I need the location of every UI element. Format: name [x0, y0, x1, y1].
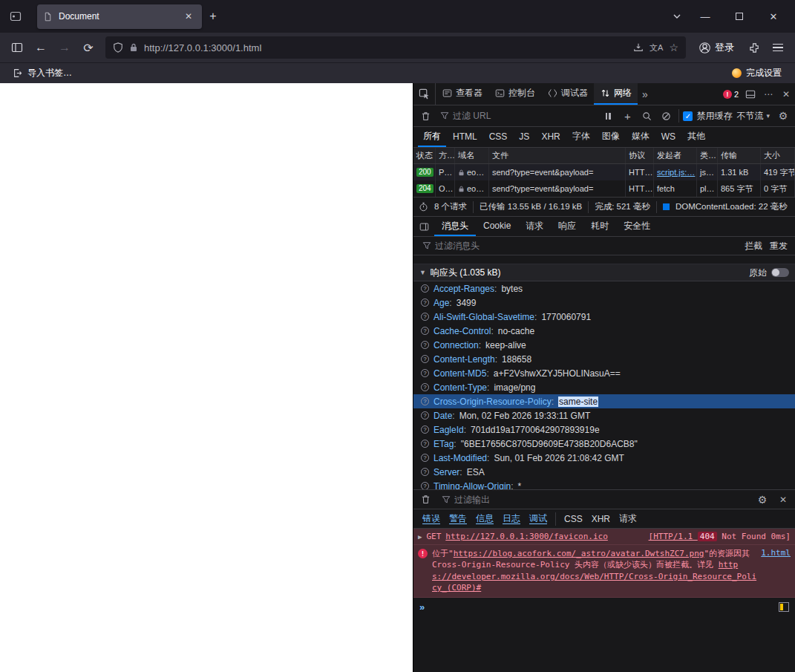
header-row[interactable]: ?Last-ModifiedSun, 01 Feb 2026 21:08:42 …	[413, 451, 795, 465]
pause-traffic-icon[interactable]	[599, 107, 617, 125]
request-row[interactable]: 204 O… eo… send?type=event&payload= HTT……	[413, 180, 795, 197]
tab-response[interactable]: 响应	[551, 217, 583, 236]
header-name[interactable]: EagleId	[434, 425, 466, 435]
expand-triangle-icon[interactable]: ▶	[418, 533, 422, 541]
performance-stopwatch-icon[interactable]	[418, 198, 428, 216]
help-icon[interactable]: ?	[421, 313, 429, 321]
header-value-selected[interactable]: same-site	[558, 397, 598, 407]
header-name[interactable]: Content-Type	[434, 382, 489, 393]
console-close-icon[interactable]: ✕	[774, 491, 792, 509]
console-filter-requests[interactable]: 请求	[616, 511, 640, 526]
headers-filter-input[interactable]	[435, 241, 736, 251]
tab-cookies[interactable]: Cookie	[476, 217, 518, 236]
help-icon[interactable]: ?	[421, 299, 429, 307]
col-size[interactable]: 大小	[761, 148, 795, 163]
help-icon[interactable]: ?	[421, 440, 429, 448]
message-source-link[interactable]: 1.html	[761, 548, 791, 558]
tab-security[interactable]: 安全性	[616, 217, 658, 236]
header-row[interactable]: ?Connectionkeep-alive	[413, 338, 795, 352]
help-icon[interactable]: ?	[421, 468, 429, 476]
tab-request[interactable]: 请求	[518, 217, 551, 236]
header-name[interactable]: Content-Length	[434, 354, 497, 365]
header-name[interactable]: Timing-Allow-Origin	[434, 481, 514, 490]
col-file[interactable]: 文件	[489, 148, 626, 163]
console-filter-input[interactable]	[454, 495, 746, 505]
col-type[interactable]: 类…	[697, 148, 718, 163]
filter-fonts[interactable]: 字体	[567, 127, 595, 147]
col-transferred[interactable]: 传输	[718, 148, 761, 163]
raw-toggle-switch[interactable]	[771, 268, 789, 277]
site-security-icon[interactable]	[129, 43, 138, 52]
disable-cache-checkbox[interactable]: ✓	[683, 111, 693, 121]
clear-requests-icon[interactable]	[416, 107, 434, 125]
bookmark-star-icon[interactable]: ☆	[669, 42, 678, 53]
help-icon[interactable]: ?	[421, 383, 429, 391]
header-row[interactable]: ?Content-Length188658	[413, 352, 795, 366]
col-domain[interactable]: 域名	[455, 148, 489, 163]
header-name[interactable]: Server	[434, 467, 462, 477]
col-initiator[interactable]: 发起者	[654, 148, 697, 163]
help-icon[interactable]: ?	[421, 369, 429, 377]
tab-network[interactable]: 网络	[594, 83, 638, 105]
header-row[interactable]: ?Age3499	[413, 296, 795, 310]
header-row[interactable]: ?Timing-Allow-Origin*	[413, 479, 795, 489]
filter-images[interactable]: 图像	[597, 127, 625, 147]
header-row[interactable]: ?ServerESA	[413, 465, 795, 479]
favicon-request-link[interactable]: http://127.0.0.1:3000/favicon.ico	[445, 532, 608, 541]
header-row[interactable]: ?Ali-Swift-Global-Savetime1770060791	[413, 310, 795, 324]
tab-close-icon[interactable]: ✕	[181, 9, 196, 24]
console-filter-errors[interactable]: 错误	[419, 511, 443, 526]
header-row[interactable]: ?DateMon, 02 Feb 2026 19:33:11 GMT	[413, 408, 795, 423]
filter-media[interactable]: 媒体	[626, 127, 655, 147]
tab-timings[interactable]: 耗时	[583, 217, 616, 236]
header-name[interactable]: Age	[434, 298, 452, 308]
block-request-icon[interactable]	[657, 107, 675, 125]
translate-icon[interactable]: 文A	[650, 42, 663, 53]
web-page-viewport[interactable]	[0, 83, 413, 672]
disable-cache-control[interactable]: ✓ 禁用缓存	[683, 110, 732, 123]
window-close-button[interactable]: ✕	[756, 2, 791, 30]
filter-all[interactable]: 所有	[418, 127, 446, 147]
filter-ws[interactable]: WS	[656, 127, 681, 147]
tab-list-chevron-icon[interactable]	[666, 5, 688, 27]
header-row[interactable]: ?EagleId701dd19a17700642907893919e	[413, 423, 795, 437]
help-icon[interactable]: ?	[421, 397, 429, 405]
headers-filter-box[interactable]	[418, 238, 740, 254]
help-icon[interactable]: ?	[421, 425, 429, 434]
console-message-network-error[interactable]: ▶ GET http://127.0.0.1:3000/favicon.ico …	[413, 529, 795, 545]
header-row-selected[interactable]: ?Cross-Origin-Resource-Policysame-site	[413, 394, 795, 408]
window-minimize-button[interactable]: —	[688, 2, 722, 30]
console-input-row[interactable]: »	[413, 598, 795, 617]
console-settings-gear-icon[interactable]: ⚙	[753, 491, 771, 509]
devtools-close-icon[interactable]: ✕	[777, 85, 795, 103]
help-icon[interactable]: ?	[421, 454, 429, 462]
tab-console[interactable]: 控制台	[488, 83, 541, 105]
detail-panel-icon[interactable]	[413, 218, 434, 235]
finish-setup-button[interactable]: 完成设置	[727, 65, 786, 82]
console-filter-logs[interactable]: 日志	[500, 511, 523, 526]
shield-icon[interactable]	[113, 42, 123, 53]
col-method[interactable]: 方…	[436, 148, 455, 163]
forward-button[interactable]: →	[53, 36, 76, 59]
blocked-resource-link[interactable]: https://blog.acofork.com/_astro/avatar.D…	[454, 549, 704, 558]
filter-other[interactable]: 其他	[682, 127, 710, 147]
console-message-corp-error[interactable]: ! 位于"https://blog.acofork.com/_astro/ava…	[413, 545, 795, 598]
filter-xhr[interactable]: XHR	[536, 127, 565, 147]
filter-css[interactable]: CSS	[484, 127, 513, 147]
header-row[interactable]: ?Accept-Rangesbytes	[413, 281, 795, 296]
col-status[interactable]: 状态	[413, 148, 436, 163]
window-maximize-button[interactable]	[722, 2, 756, 30]
url-bar[interactable]: 文A ☆	[105, 36, 686, 59]
header-name[interactable]: Cache-Control	[434, 326, 494, 336]
header-name[interactable]: Last-Modified	[434, 453, 489, 463]
editor-mode-icon[interactable]	[779, 602, 789, 612]
tab-debugger[interactable]: 调试器	[541, 83, 594, 105]
console-filter-xhr[interactable]: XHR	[589, 512, 613, 526]
request-row[interactable]: 200 P… eo… send?type=event&payload= HTT……	[413, 164, 795, 180]
header-name[interactable]: Ali-Swift-Global-Savetime	[434, 312, 537, 322]
filter-html[interactable]: HTML	[448, 127, 482, 147]
firefox-view-icon[interactable]	[4, 5, 27, 27]
clear-console-icon[interactable]	[416, 491, 434, 509]
new-request-icon[interactable]: +	[618, 107, 636, 125]
reload-button[interactable]: ⟳	[77, 36, 99, 59]
